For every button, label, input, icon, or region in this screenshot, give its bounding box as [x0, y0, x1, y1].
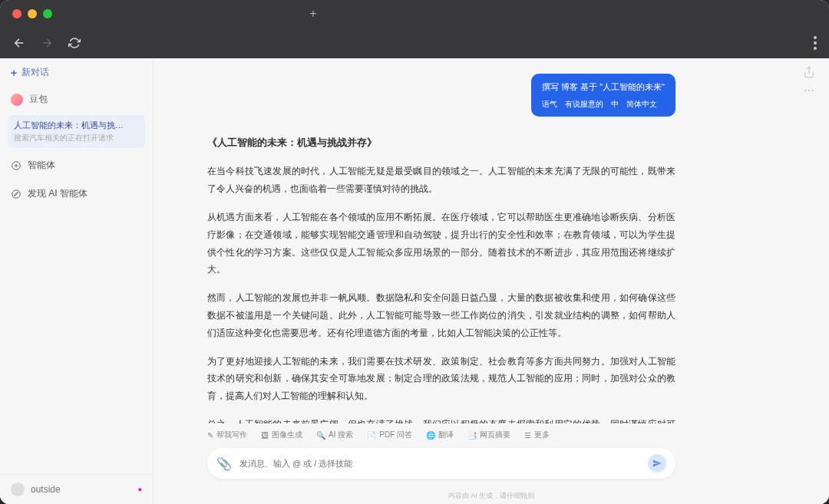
browser-menu-icon[interactable]: [814, 36, 817, 50]
plus-outline-icon: [11, 160, 21, 171]
close-window[interactable]: [12, 9, 21, 18]
new-tab-button[interactable]: +: [304, 5, 322, 23]
tool-more[interactable]: ☰ 更多: [524, 430, 550, 440]
um-lang: 简体中文: [626, 97, 657, 110]
svg-marker-2: [15, 193, 18, 196]
user-message: 撰写 博客 基于 "人工智能的未来" 语气 有说服意的 中 简体中文: [207, 74, 675, 117]
app-body: +新对话 豆包 人工智能的未来：机遇与挑… 搜索汽车相关的正在打开请求 智能体 …: [0, 58, 829, 504]
chat-content: 撰写 博客 基于 "人工智能的未来" 语气 有说服意的 中 简体中文 《人工智能…: [154, 58, 829, 423]
tool-write[interactable]: ✎ 帮我写作: [207, 430, 247, 440]
chat-title: 人工智能的未来：机遇与挑…: [14, 120, 139, 131]
tool-image[interactable]: 🖼 图像生成: [261, 430, 302, 440]
chat-item-active[interactable]: 人工智能的未来：机遇与挑… 搜索汽车相关的正在打开请求: [8, 115, 145, 148]
um-tone-label: 语气: [542, 97, 557, 110]
agents-label: 智能体: [28, 159, 55, 172]
plus-icon: +: [11, 67, 17, 79]
article-para: 为了更好地迎接人工智能的未来，我们需要在技术研发、政策制定、社会教育等多方面共同…: [207, 353, 675, 405]
new-chat-label: 新对话: [21, 66, 49, 79]
discover-label: 发现 AI 智能体: [28, 187, 88, 200]
attach-icon[interactable]: 📎: [216, 456, 232, 471]
article-para: 从机遇方面来看，人工智能在各个领域的应用不断拓展。在医疗领域，它可以帮助医生更准…: [207, 209, 675, 278]
tool-search[interactable]: 🔍 AI 搜索: [316, 430, 353, 440]
article-para: 然而，人工智能的发展也并非一帆风顺。数据隐私和安全问题日益凸显，大量的数据被收集…: [207, 289, 675, 341]
article-para: 在当今科技飞速发展的时代，人工智能无疑是最受瞩目的领域之一。人工智能的未来充满了…: [207, 163, 675, 198]
user-bubble: 撰写 博客 基于 "人工智能的未来" 语气 有说服意的 中 简体中文: [531, 74, 675, 117]
main-panel: 撰写 博客 基于 "人工智能的未来" 语气 有说服意的 中 简体中文 《人工智能…: [154, 58, 829, 504]
skill-toolbar: ✎ 帮我写作 🖼 图像生成 🔍 AI 搜索 📄 PDF 问答 🌐 翻译 📑 网页…: [154, 423, 829, 443]
svg-point-3: [804, 90, 806, 91]
top-actions: [803, 66, 815, 97]
tool-summary[interactable]: 📑 网页摘要: [467, 430, 510, 440]
svg-point-4: [808, 90, 810, 91]
um-tone-value: 有说服意的: [565, 97, 603, 110]
app-window: + +新对话 豆包 人工智能的未来：机遇与挑… 搜索汽车相关的正在打开请求 智能…: [0, 0, 829, 504]
tool-translate[interactable]: 🌐 翻译: [426, 430, 454, 440]
browser-navbar: [0, 28, 829, 58]
sidebar-item-discover[interactable]: 发现 AI 智能体: [0, 180, 153, 208]
article-para: 总之，人工智能的未来前景广阔，但也充满了挑战。我们应以积极的态度去探索和利用它的…: [207, 416, 675, 423]
group-label: 豆包: [29, 93, 48, 106]
notification-badge: ●: [138, 486, 142, 493]
disclaimer: 内容由 AI 生成，请仔细甄别: [154, 491, 829, 504]
user-msg-line1: 撰写 博客 基于 "人工智能的未来": [542, 80, 665, 94]
svg-point-5: [812, 90, 814, 91]
new-chat-button[interactable]: +新对话: [11, 66, 49, 79]
maximize-window[interactable]: [43, 9, 52, 18]
back-icon[interactable]: [12, 36, 26, 50]
article-title: 《人工智能的未来：机遇与挑战并存》: [207, 133, 675, 153]
svg-point-1: [12, 190, 21, 199]
forward-icon[interactable]: [40, 36, 54, 50]
sidebar: +新对话 豆包 人工智能的未来：机遇与挑… 搜索汽车相关的正在打开请求 智能体 …: [0, 58, 154, 504]
minimize-window[interactable]: [28, 9, 37, 18]
chat-subtitle: 搜索汽车相关的正在打开请求: [14, 133, 139, 143]
sidebar-item-agents[interactable]: 智能体: [0, 151, 153, 180]
compass-icon: [11, 189, 21, 199]
message-input-box[interactable]: 📎: [207, 448, 675, 479]
tool-pdf[interactable]: 📄 PDF 问答: [367, 430, 412, 440]
message-input[interactable]: [239, 459, 640, 468]
input-area: 📎: [154, 443, 829, 491]
user-avatar: [11, 483, 25, 496]
more-icon[interactable]: [803, 84, 815, 97]
um-length: 中: [611, 97, 619, 110]
user-name: outside: [31, 484, 61, 495]
send-button[interactable]: [648, 454, 666, 473]
share-icon[interactable]: [803, 66, 815, 78]
sidebar-group[interactable]: 豆包: [0, 87, 153, 112]
titlebar: +: [0, 0, 829, 28]
reload-icon[interactable]: [68, 36, 81, 50]
assistant-article: 《人工智能的未来：机遇与挑战并存》 在当今科技飞速发展的时代，人工智能无疑是最受…: [207, 133, 675, 423]
avatar: [11, 94, 23, 106]
sidebar-user[interactable]: outside ●: [0, 474, 153, 504]
